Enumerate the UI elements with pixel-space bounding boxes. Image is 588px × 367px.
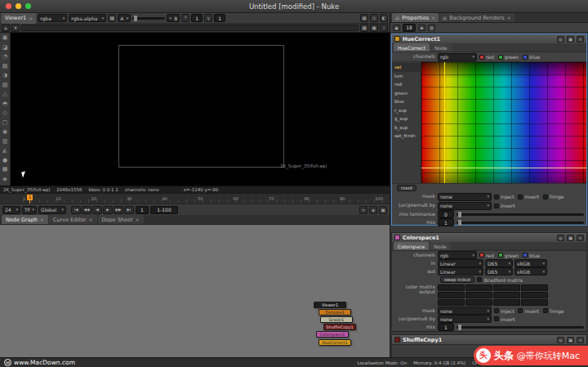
transport-button-5[interactable]: ▶| [124, 206, 134, 214]
close-icon[interactable]: × [507, 15, 511, 20]
node-shufflecopy1[interactable]: ShuffleCopy1 [323, 324, 356, 330]
lock-range-icon[interactable]: ◈ [369, 206, 377, 214]
close-icon[interactable]: × [40, 217, 44, 222]
inject-checkbox[interactable] [494, 308, 499, 313]
metadata-icon[interactable]: ● [0, 156, 10, 166]
matrix-cell-9[interactable] [466, 299, 492, 306]
trash-icon[interactable]: ▥ [428, 25, 435, 31]
matrix-cell-10[interactable] [493, 299, 520, 306]
grid-icon[interactable]: ▦ [360, 24, 368, 32]
colorspace-out-dropdown-2[interactable]: sRGB▾ [514, 267, 547, 275]
colorspace-out-dropdown-0[interactable]: Linear▾ [438, 267, 483, 275]
transport-button-1[interactable]: ◀◀ [82, 206, 91, 214]
matrix-cell-2[interactable] [493, 284, 520, 291]
reset-button[interactable]: reset [397, 185, 416, 191]
timeline-ruler[interactable]: 1102030405060708090100 [23, 195, 383, 203]
node-color-swatch[interactable] [394, 337, 400, 342]
viewer-process-icon[interactable]: ▦ [360, 14, 368, 22]
node-viewer1[interactable]: Viewer1 [314, 302, 346, 308]
viewer-tab[interactable]: Viewer1 × [2, 13, 36, 24]
close-icon[interactable]: × [88, 217, 92, 222]
channel-icon[interactable]: ▤ [0, 62, 10, 72]
playhead[interactable]: 1 [27, 195, 33, 204]
close-icon[interactable]: × [431, 15, 435, 20]
curve-lum[interactable]: lum [392, 72, 421, 81]
float-panel-icon[interactable]: ▣ [567, 235, 574, 241]
particles-icon[interactable]: ◉ [0, 128, 10, 137]
proxy-icon[interactable]: ◐ [380, 14, 388, 22]
transport-button-0[interactable]: |◀ [71, 206, 81, 214]
up-arrow-icon[interactable]: ▴ [2, 24, 10, 32]
tab-background-renders[interactable]: ▤ Background Renders × [439, 13, 514, 22]
curve-red[interactable]: red [392, 80, 421, 89]
current-frame-field[interactable]: 1 [136, 206, 149, 214]
node-graph-canvas[interactable]: Viewer1Denoise1Grade1ShuffleCopy1Colorsp… [0, 225, 390, 357]
transport-button-4[interactable]: ▶▶ [114, 206, 123, 214]
close-icon[interactable]: × [29, 16, 33, 21]
mix-field[interactable]: 1 [438, 323, 454, 331]
close-icon[interactable]: × [135, 217, 139, 222]
gamma-icon[interactable]: γ [204, 14, 212, 22]
fps-dropdown[interactable]: 24 ▾ [2, 206, 20, 214]
float-panel-icon[interactable]: ▣ [567, 36, 574, 43]
hue-curve-editor[interactable] [421, 62, 586, 183]
mix-slider[interactable] [457, 222, 584, 224]
3d-icon[interactable]: □ [0, 119, 10, 128]
tab-node[interactable]: Node [430, 242, 451, 250]
toolsets-icon[interactable]: ▦ [0, 165, 10, 175]
red-checkbox[interactable] [479, 253, 484, 257]
tab-dope-sheet[interactable]: Dope Sheet × [98, 215, 144, 224]
colorspace-in-dropdown-1[interactable]: D65▾ [485, 259, 513, 267]
ab-wipe-slider[interactable] [132, 17, 165, 20]
mix-field[interactable]: 1 [438, 218, 454, 226]
transport-button-3[interactable]: ▶ [103, 206, 113, 214]
swap-inout-button[interactable]: swap in/out [440, 276, 474, 283]
time-icon[interactable]: ◔ [0, 52, 10, 62]
channels-dropdown[interactable]: rgb ▾ [438, 53, 477, 61]
center-node-icon[interactable]: ◎ [557, 235, 564, 241]
invert-checkbox[interactable] [518, 308, 523, 313]
matrix-cell-5[interactable] [466, 292, 492, 298]
matrix-cell-7[interactable] [521, 292, 548, 298]
center-node-icon[interactable]: ◎ [557, 36, 564, 43]
green-checkbox[interactable] [498, 253, 503, 257]
blue-checkbox[interactable] [523, 55, 528, 60]
green-checkbox[interactable] [498, 55, 503, 60]
curve-r_sup[interactable]: r_sup [392, 106, 421, 115]
tab-huecorrect[interactable]: HueCorrect [394, 43, 430, 51]
inject-checkbox[interactable] [494, 195, 499, 199]
deep-icon[interactable]: ▥ [0, 137, 10, 147]
layer-dropdown[interactable]: rgba ▾ [38, 14, 67, 22]
curve-sat_thrsh[interactable]: sat_thrsh [392, 132, 421, 141]
tab-node-graph[interactable]: Node Graph × [2, 215, 48, 224]
gain-field[interactable]: 1 [191, 14, 203, 22]
fringe-checkbox[interactable] [543, 308, 548, 313]
draw-icon[interactable]: ◪ [0, 43, 10, 53]
matrix-cell-4[interactable] [438, 292, 465, 298]
invert-checkbox[interactable] [494, 316, 499, 321]
premult-dropdown[interactable]: none ▾ [438, 202, 492, 210]
tab-node[interactable]: Node [430, 43, 452, 51]
loop-mode-icon[interactable]: ∞ [359, 206, 368, 214]
curve-line[interactable] [421, 168, 586, 168]
tf-dropdown[interactable]: TF ▾ [22, 206, 37, 214]
roi-icon[interactable]: ◎ [370, 14, 378, 22]
node-grade1[interactable]: Grade1 [320, 316, 353, 323]
other-icon[interactable]: ◈ [0, 175, 10, 185]
curve-b_sup[interactable]: b_sup [392, 123, 421, 132]
keyer-icon[interactable]: △ [0, 90, 10, 100]
tab-curve-editor[interactable]: Curve Editor × [49, 215, 97, 224]
image-icon[interactable]: ▣ [0, 34, 10, 43]
red-checkbox[interactable] [479, 55, 484, 60]
matrix-cell-11[interactable] [521, 299, 548, 306]
mix-slider[interactable] [457, 326, 584, 329]
matrix-cell-1[interactable] [466, 284, 492, 291]
node-color-swatch[interactable] [394, 235, 400, 240]
transform-icon[interactable]: ◇ [0, 109, 10, 119]
curve-sat[interactable]: sat [392, 63, 421, 72]
close-icon[interactable]: × [577, 36, 584, 43]
mask-dropdown[interactable]: none ▾ [438, 307, 492, 315]
colorspace-out-dropdown-1[interactable]: D65▾ [485, 267, 513, 275]
merge-icon[interactable]: ◓ [0, 100, 10, 110]
matrix-cell-3[interactable] [521, 284, 548, 291]
